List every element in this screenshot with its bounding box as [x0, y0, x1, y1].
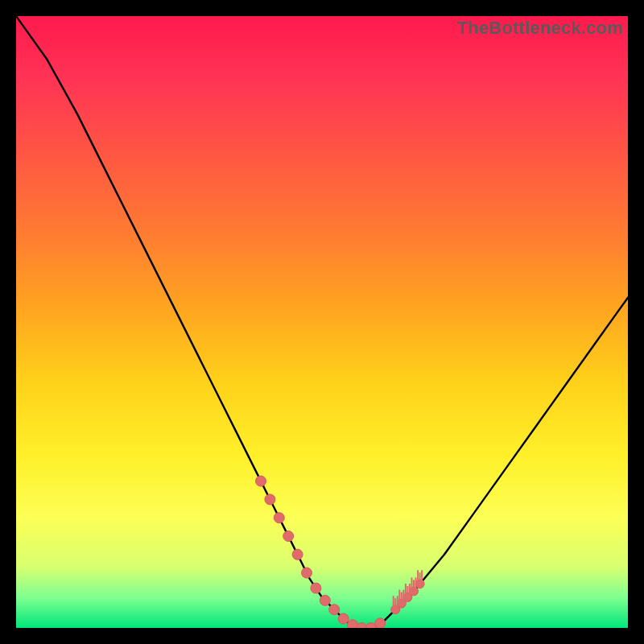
chart-frame: TheBottleneck.com	[0, 0, 644, 644]
marker-dot	[292, 549, 303, 559]
marker-dot	[283, 531, 294, 542]
marker-dot	[348, 620, 358, 628]
marker-dot	[338, 613, 349, 624]
marker-dot	[274, 513, 284, 523]
bottleneck-curve	[16, 16, 628, 628]
marker-dot	[256, 476, 266, 486]
marker-dot	[265, 494, 275, 505]
marker-dot	[311, 583, 321, 593]
chart-overlay	[16, 16, 628, 628]
marker-dot	[302, 568, 312, 578]
marker-dot	[375, 618, 386, 628]
marker-dot	[329, 605, 340, 615]
plot-gradient-background: TheBottleneck.com	[16, 16, 628, 628]
marker-dot	[320, 595, 330, 605]
marker-dots	[256, 476, 425, 628]
